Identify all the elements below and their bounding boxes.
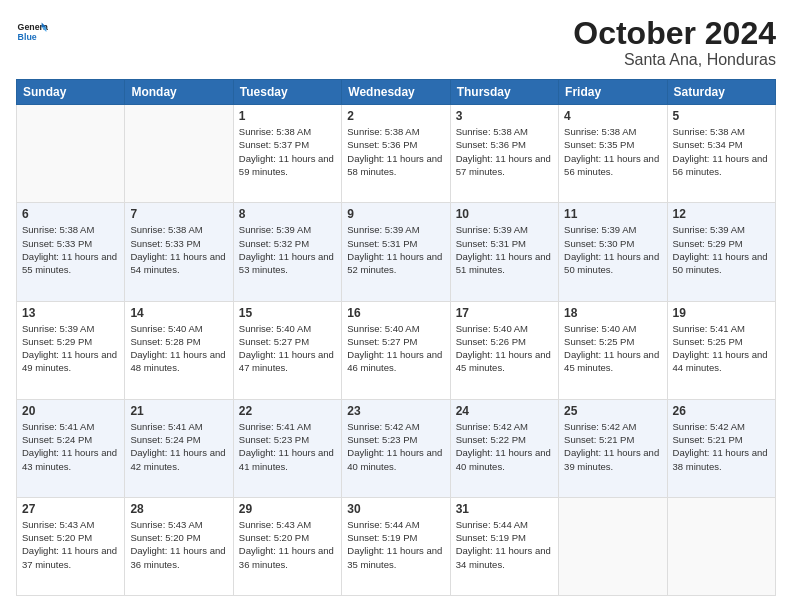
day-number: 29	[239, 502, 336, 516]
day-info: Sunrise: 5:39 AM Sunset: 5:31 PM Dayligh…	[456, 223, 553, 276]
calendar-table: Sunday Monday Tuesday Wednesday Thursday…	[16, 79, 776, 596]
day-cell: 18Sunrise: 5:40 AM Sunset: 5:25 PM Dayli…	[559, 301, 667, 399]
day-number: 5	[673, 109, 770, 123]
day-cell: 7Sunrise: 5:38 AM Sunset: 5:33 PM Daylig…	[125, 203, 233, 301]
day-number: 26	[673, 404, 770, 418]
day-cell: 8Sunrise: 5:39 AM Sunset: 5:32 PM Daylig…	[233, 203, 341, 301]
day-number: 12	[673, 207, 770, 221]
day-number: 18	[564, 306, 661, 320]
day-cell	[125, 105, 233, 203]
day-info: Sunrise: 5:41 AM Sunset: 5:23 PM Dayligh…	[239, 420, 336, 473]
day-cell	[559, 497, 667, 595]
day-info: Sunrise: 5:39 AM Sunset: 5:31 PM Dayligh…	[347, 223, 444, 276]
day-cell	[667, 497, 775, 595]
header-sunday: Sunday	[17, 80, 125, 105]
day-cell: 15Sunrise: 5:40 AM Sunset: 5:27 PM Dayli…	[233, 301, 341, 399]
calendar-header-row: Sunday Monday Tuesday Wednesday Thursday…	[17, 80, 776, 105]
day-info: Sunrise: 5:40 AM Sunset: 5:26 PM Dayligh…	[456, 322, 553, 375]
day-number: 15	[239, 306, 336, 320]
day-number: 9	[347, 207, 444, 221]
day-number: 25	[564, 404, 661, 418]
day-cell: 27Sunrise: 5:43 AM Sunset: 5:20 PM Dayli…	[17, 497, 125, 595]
day-info: Sunrise: 5:42 AM Sunset: 5:21 PM Dayligh…	[673, 420, 770, 473]
day-info: Sunrise: 5:38 AM Sunset: 5:34 PM Dayligh…	[673, 125, 770, 178]
week-row-1: 1Sunrise: 5:38 AM Sunset: 5:37 PM Daylig…	[17, 105, 776, 203]
day-cell: 25Sunrise: 5:42 AM Sunset: 5:21 PM Dayli…	[559, 399, 667, 497]
day-number: 22	[239, 404, 336, 418]
day-info: Sunrise: 5:38 AM Sunset: 5:36 PM Dayligh…	[347, 125, 444, 178]
day-cell: 12Sunrise: 5:39 AM Sunset: 5:29 PM Dayli…	[667, 203, 775, 301]
day-cell: 17Sunrise: 5:40 AM Sunset: 5:26 PM Dayli…	[450, 301, 558, 399]
day-info: Sunrise: 5:40 AM Sunset: 5:28 PM Dayligh…	[130, 322, 227, 375]
day-cell: 31Sunrise: 5:44 AM Sunset: 5:19 PM Dayli…	[450, 497, 558, 595]
day-cell: 23Sunrise: 5:42 AM Sunset: 5:23 PM Dayli…	[342, 399, 450, 497]
day-info: Sunrise: 5:38 AM Sunset: 5:37 PM Dayligh…	[239, 125, 336, 178]
day-cell: 4Sunrise: 5:38 AM Sunset: 5:35 PM Daylig…	[559, 105, 667, 203]
header-wednesday: Wednesday	[342, 80, 450, 105]
day-cell: 19Sunrise: 5:41 AM Sunset: 5:25 PM Dayli…	[667, 301, 775, 399]
day-info: Sunrise: 5:38 AM Sunset: 5:36 PM Dayligh…	[456, 125, 553, 178]
day-cell: 5Sunrise: 5:38 AM Sunset: 5:34 PM Daylig…	[667, 105, 775, 203]
day-cell: 13Sunrise: 5:39 AM Sunset: 5:29 PM Dayli…	[17, 301, 125, 399]
week-row-3: 13Sunrise: 5:39 AM Sunset: 5:29 PM Dayli…	[17, 301, 776, 399]
day-cell: 10Sunrise: 5:39 AM Sunset: 5:31 PM Dayli…	[450, 203, 558, 301]
day-number: 13	[22, 306, 119, 320]
week-row-4: 20Sunrise: 5:41 AM Sunset: 5:24 PM Dayli…	[17, 399, 776, 497]
logo-icon: General Blue	[16, 16, 48, 48]
day-info: Sunrise: 5:41 AM Sunset: 5:24 PM Dayligh…	[130, 420, 227, 473]
day-number: 3	[456, 109, 553, 123]
title-block: October 2024 Santa Ana, Honduras	[573, 16, 776, 69]
day-number: 10	[456, 207, 553, 221]
day-number: 24	[456, 404, 553, 418]
day-cell: 21Sunrise: 5:41 AM Sunset: 5:24 PM Dayli…	[125, 399, 233, 497]
day-info: Sunrise: 5:43 AM Sunset: 5:20 PM Dayligh…	[22, 518, 119, 571]
header-thursday: Thursday	[450, 80, 558, 105]
day-cell: 29Sunrise: 5:43 AM Sunset: 5:20 PM Dayli…	[233, 497, 341, 595]
page: General Blue October 2024 Santa Ana, Hon…	[0, 0, 792, 612]
day-number: 16	[347, 306, 444, 320]
day-number: 23	[347, 404, 444, 418]
day-number: 19	[673, 306, 770, 320]
day-info: Sunrise: 5:38 AM Sunset: 5:33 PM Dayligh…	[22, 223, 119, 276]
day-cell: 16Sunrise: 5:40 AM Sunset: 5:27 PM Dayli…	[342, 301, 450, 399]
day-cell: 28Sunrise: 5:43 AM Sunset: 5:20 PM Dayli…	[125, 497, 233, 595]
header-monday: Monday	[125, 80, 233, 105]
day-number: 31	[456, 502, 553, 516]
calendar-title: October 2024	[573, 16, 776, 51]
day-number: 27	[22, 502, 119, 516]
day-number: 11	[564, 207, 661, 221]
day-cell: 20Sunrise: 5:41 AM Sunset: 5:24 PM Dayli…	[17, 399, 125, 497]
day-number: 21	[130, 404, 227, 418]
day-number: 1	[239, 109, 336, 123]
day-cell: 3Sunrise: 5:38 AM Sunset: 5:36 PM Daylig…	[450, 105, 558, 203]
svg-text:Blue: Blue	[18, 32, 37, 42]
day-info: Sunrise: 5:40 AM Sunset: 5:27 PM Dayligh…	[347, 322, 444, 375]
day-cell: 24Sunrise: 5:42 AM Sunset: 5:22 PM Dayli…	[450, 399, 558, 497]
day-cell: 9Sunrise: 5:39 AM Sunset: 5:31 PM Daylig…	[342, 203, 450, 301]
week-row-2: 6Sunrise: 5:38 AM Sunset: 5:33 PM Daylig…	[17, 203, 776, 301]
day-number: 28	[130, 502, 227, 516]
day-cell: 30Sunrise: 5:44 AM Sunset: 5:19 PM Dayli…	[342, 497, 450, 595]
day-info: Sunrise: 5:41 AM Sunset: 5:25 PM Dayligh…	[673, 322, 770, 375]
day-number: 2	[347, 109, 444, 123]
day-cell: 2Sunrise: 5:38 AM Sunset: 5:36 PM Daylig…	[342, 105, 450, 203]
logo: General Blue	[16, 16, 48, 48]
day-cell: 14Sunrise: 5:40 AM Sunset: 5:28 PM Dayli…	[125, 301, 233, 399]
day-cell: 6Sunrise: 5:38 AM Sunset: 5:33 PM Daylig…	[17, 203, 125, 301]
day-number: 7	[130, 207, 227, 221]
day-info: Sunrise: 5:41 AM Sunset: 5:24 PM Dayligh…	[22, 420, 119, 473]
day-cell: 11Sunrise: 5:39 AM Sunset: 5:30 PM Dayli…	[559, 203, 667, 301]
day-info: Sunrise: 5:43 AM Sunset: 5:20 PM Dayligh…	[130, 518, 227, 571]
day-number: 14	[130, 306, 227, 320]
day-info: Sunrise: 5:42 AM Sunset: 5:23 PM Dayligh…	[347, 420, 444, 473]
day-cell: 22Sunrise: 5:41 AM Sunset: 5:23 PM Dayli…	[233, 399, 341, 497]
header-friday: Friday	[559, 80, 667, 105]
day-info: Sunrise: 5:42 AM Sunset: 5:21 PM Dayligh…	[564, 420, 661, 473]
day-info: Sunrise: 5:43 AM Sunset: 5:20 PM Dayligh…	[239, 518, 336, 571]
day-number: 30	[347, 502, 444, 516]
day-info: Sunrise: 5:42 AM Sunset: 5:22 PM Dayligh…	[456, 420, 553, 473]
header-tuesday: Tuesday	[233, 80, 341, 105]
header: General Blue October 2024 Santa Ana, Hon…	[16, 16, 776, 69]
day-info: Sunrise: 5:38 AM Sunset: 5:35 PM Dayligh…	[564, 125, 661, 178]
day-number: 8	[239, 207, 336, 221]
